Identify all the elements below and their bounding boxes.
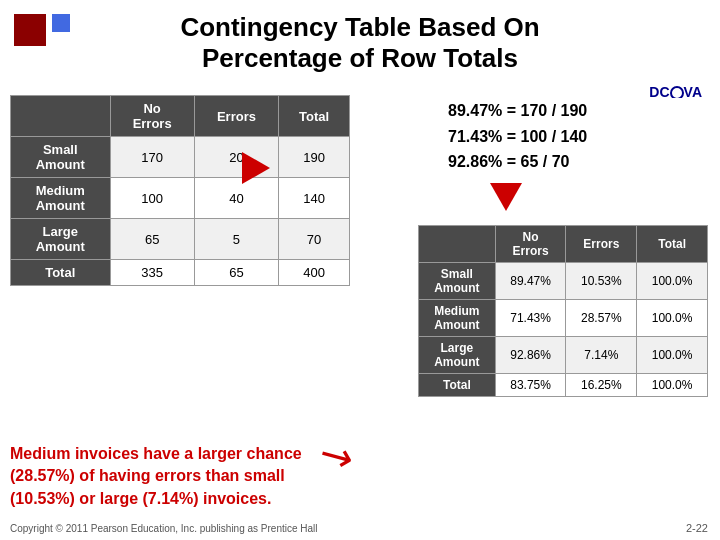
right-cell-medium-total: 100.0%	[637, 300, 708, 337]
table-row: Total 83.75% 16.25% 100.0%	[419, 374, 708, 397]
left-table-section: NoErrors Errors Total SmallAmount 170 20…	[10, 95, 350, 286]
left-cell-small-no-errors: 170	[110, 137, 194, 178]
page-number: 2-22	[686, 522, 708, 534]
left-table-col-empty	[11, 96, 111, 137]
decorative-squares	[14, 14, 70, 46]
right-table-col-total: Total	[637, 226, 708, 263]
right-row-label-large: LargeAmount	[419, 337, 496, 374]
title-line1: Contingency Table Based On	[20, 12, 700, 43]
right-row-label-small: SmallAmount	[419, 263, 496, 300]
right-table-col-no-errors: NoErrors	[495, 226, 566, 263]
right-cell-medium-no-errors: 71.43%	[495, 300, 566, 337]
right-cell-large-no-errors: 92.86%	[495, 337, 566, 374]
left-cell-small-total: 190	[279, 137, 350, 178]
table-row: Total 335 65 400	[11, 260, 350, 286]
left-row-label-total: Total	[11, 260, 111, 286]
right-table-col-errors: Errors	[566, 226, 637, 263]
right-row-label-total: Total	[419, 374, 496, 397]
right-cell-small-no-errors: 89.47%	[495, 263, 566, 300]
formula-line2: 71.43% = 100 / 140	[448, 124, 708, 150]
left-cell-medium-no-errors: 100	[110, 178, 194, 219]
left-cell-large-no-errors: 65	[110, 219, 194, 260]
left-table: NoErrors Errors Total SmallAmount 170 20…	[10, 95, 350, 286]
title-area: Contingency Table Based On Percentage of…	[0, 0, 720, 80]
page: Contingency Table Based On Percentage of…	[0, 0, 720, 540]
formula-line1: 89.47% = 170 / 190	[448, 98, 708, 124]
left-cell-large-total: 70	[279, 219, 350, 260]
left-cell-total-errors: 65	[194, 260, 278, 286]
right-cell-total-total: 100.0%	[637, 374, 708, 397]
left-table-col-no-errors: NoErrors	[110, 96, 194, 137]
table-row: SmallAmount 89.47% 10.53% 100.0%	[419, 263, 708, 300]
table-row: LargeAmount 65 5 70	[11, 219, 350, 260]
left-row-label-large: LargeAmount	[11, 219, 111, 260]
right-cell-medium-errors: 28.57%	[566, 300, 637, 337]
right-cell-total-errors: 16.25%	[566, 374, 637, 397]
right-table-col-empty	[419, 226, 496, 263]
left-row-label-small: SmallAmount	[11, 137, 111, 178]
left-table-col-total: Total	[279, 96, 350, 137]
right-cell-total-no-errors: 83.75%	[495, 374, 566, 397]
table-row: MediumAmount 100 40 140	[11, 178, 350, 219]
right-table-section: NoErrors Errors Total SmallAmount 89.47%…	[418, 225, 708, 397]
right-cell-small-errors: 10.53%	[566, 263, 637, 300]
right-row-label-medium: MediumAmount	[419, 300, 496, 337]
copyright-text: Copyright © 2011 Pearson Education, Inc.…	[10, 523, 318, 534]
table-row: MediumAmount 71.43% 28.57% 100.0%	[419, 300, 708, 337]
right-cell-large-total: 100.0%	[637, 337, 708, 374]
right-table: NoErrors Errors Total SmallAmount 89.47%…	[418, 225, 708, 397]
bottom-description: Medium invoices have a larger chance (28…	[10, 443, 350, 510]
left-row-label-medium: MediumAmount	[11, 178, 111, 219]
table-row: LargeAmount 92.86% 7.14% 100.0%	[419, 337, 708, 374]
left-cell-medium-total: 140	[279, 178, 350, 219]
formulas-box: 89.47% = 170 / 190 71.43% = 100 / 140 92…	[448, 98, 708, 175]
title-line2: Percentage of Row Totals	[20, 43, 700, 74]
left-cell-total-total: 400	[279, 260, 350, 286]
left-cell-large-errors: 5	[194, 219, 278, 260]
right-cell-large-errors: 7.14%	[566, 337, 637, 374]
left-table-col-errors: Errors	[194, 96, 278, 137]
formula-line3: 92.86% = 65 / 70	[448, 149, 708, 175]
right-cell-small-total: 100.0%	[637, 263, 708, 300]
arrow-right-icon	[242, 152, 270, 184]
arrow-down-icon	[490, 183, 522, 211]
left-cell-total-no-errors: 335	[110, 260, 194, 286]
table-row: SmallAmount 170 20 190	[11, 137, 350, 178]
